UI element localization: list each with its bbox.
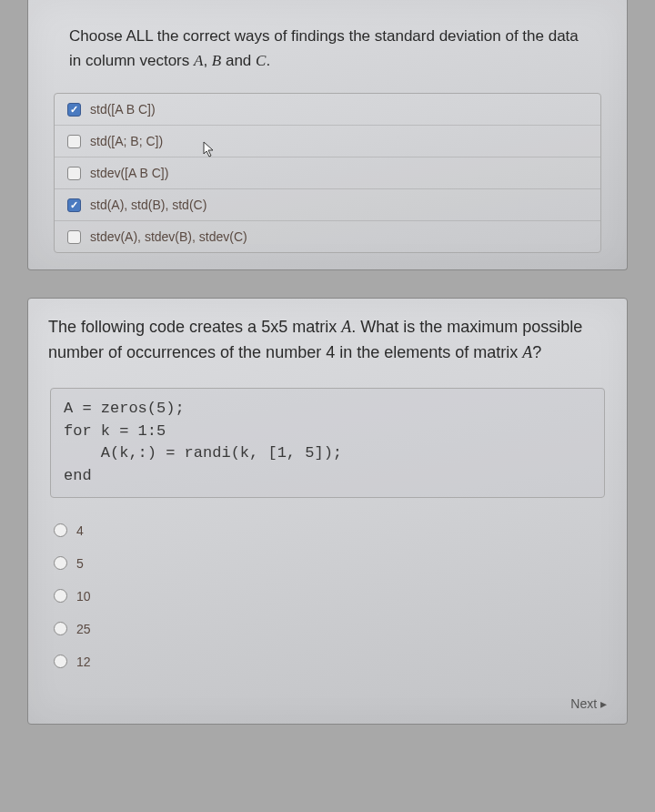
next-button[interactable]: Next ▸ [570, 696, 607, 711]
question-prompt-2: The following code creates a 5x5 matrix … [28, 299, 627, 379]
option-label: std(A), std(B), std(C) [90, 198, 207, 212]
option-label: 4 [76, 523, 84, 538]
q1-sep1: , [203, 52, 211, 69]
option-label: 10 [76, 589, 91, 604]
q2-option-0[interactable]: 4 [48, 514, 607, 547]
q2-option-1[interactable]: 5 [48, 547, 607, 580]
q1-option-4[interactable]: stdev(A), stdev(B), stdev(C) [55, 221, 600, 252]
q1-option-1[interactable]: std([A; B; C]) [55, 126, 600, 157]
option-label: 5 [76, 556, 84, 571]
radio-icon[interactable] [54, 622, 67, 635]
option-label: 25 [76, 622, 91, 636]
q1-option-0[interactable]: std([A B C]) [55, 94, 600, 126]
q1-text-post: . [266, 52, 270, 69]
checkbox-icon[interactable] [67, 230, 81, 244]
q1-option-2[interactable]: stdev([A B C]) [55, 157, 600, 189]
q2-text-pre: The following code creates a 5x5 matrix [48, 318, 341, 336]
checkbox-icon[interactable] [67, 167, 81, 180]
q1-var-a: A [194, 52, 203, 69]
q1-var-b: B [212, 52, 221, 69]
question-card-2: The following code creates a 5x5 matrix … [27, 298, 628, 724]
option-label: std([A; B; C]) [90, 134, 163, 148]
q1-options: std([A B C]) std([A; B; C]) stdev([A B C… [54, 93, 601, 253]
radio-icon[interactable] [54, 556, 67, 570]
checkbox-icon[interactable] [67, 103, 81, 117]
option-label: std([A B C]) [90, 102, 156, 117]
q1-text-pre: Choose ALL the correct ways of findings … [69, 27, 579, 69]
option-label: 12 [76, 655, 91, 669]
q2-option-3[interactable]: 25 [48, 613, 607, 645]
card-footer: Next ▸ [28, 687, 627, 724]
option-label: stdev([A B C]) [90, 166, 168, 180]
radio-icon[interactable] [54, 655, 67, 668]
question-prompt-1: Choose ALL the correct ways of findings … [28, 7, 627, 89]
question-card-1: Choose ALL the correct ways of findings … [27, 0, 628, 270]
q1-sep2: and [221, 52, 256, 69]
q1-var-c: C [256, 52, 266, 69]
q2-options: 4 5 10 25 12 [48, 514, 607, 678]
radio-icon[interactable] [54, 523, 67, 537]
q2-var-a1: A [341, 318, 351, 336]
checkbox-icon[interactable] [67, 135, 81, 148]
q2-var-a2: A [522, 343, 532, 361]
radio-icon[interactable] [54, 589, 67, 603]
code-block: A = zeros(5); for k = 1:5 A(k,:) = randi… [50, 388, 605, 498]
checkbox-icon[interactable] [67, 198, 81, 212]
q2-text-post: ? [532, 343, 541, 361]
q2-option-2[interactable]: 10 [48, 580, 607, 613]
q2-option-4[interactable]: 12 [48, 645, 607, 678]
q1-option-3[interactable]: std(A), std(B), std(C) [55, 189, 600, 221]
option-label: stdev(A), stdev(B), stdev(C) [90, 229, 247, 244]
